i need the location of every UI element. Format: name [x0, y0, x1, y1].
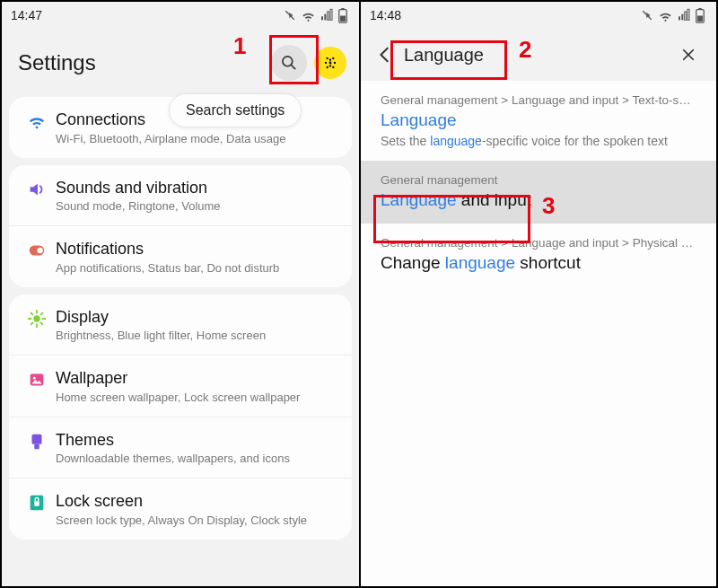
svg-line-28: [41, 322, 43, 324]
svg-rect-34: [34, 443, 39, 449]
svg-point-21: [37, 248, 42, 253]
svg-line-27: [31, 312, 33, 314]
settings-item[interactable]: WallpaperHome screen wallpaper, Lock scr…: [9, 355, 352, 417]
clock: 14:47: [11, 8, 42, 22]
item-icon: [18, 110, 56, 131]
search-result[interactable]: General managementLanguage and input: [361, 161, 716, 224]
svg-line-37: [643, 11, 651, 19]
wifi-status-icon: [301, 8, 316, 23]
item-title: Display: [56, 307, 339, 328]
search-results: General management > Language and input …: [361, 81, 716, 586]
svg-point-17: [327, 66, 328, 68]
svg-point-22: [33, 315, 39, 321]
result-title: Change language shortcut: [381, 252, 696, 275]
item-subtitle: Sound mode, Ringtone, Volume: [56, 199, 339, 213]
svg-rect-36: [34, 501, 39, 506]
settings-item[interactable]: DisplayBrightness, Blue light filter, Ho…: [9, 294, 352, 355]
search-result[interactable]: General management > Language and input …: [361, 224, 716, 287]
svg-rect-33: [32, 434, 42, 443]
svg-point-11: [327, 57, 328, 59]
svg-line-29: [31, 322, 33, 324]
status-icons: [283, 8, 348, 23]
svg-rect-44: [697, 15, 703, 21]
result-path: General management: [381, 173, 696, 187]
page-title: Settings: [18, 50, 271, 75]
svg-rect-3: [324, 14, 326, 21]
status-bar: 14:47: [2, 2, 359, 29]
wifi-icon: [27, 111, 47, 131]
mute-icon: [640, 8, 654, 22]
item-title: Themes: [56, 430, 339, 451]
svg-line-1: [285, 11, 293, 19]
search-result[interactable]: General management > Language and input …: [361, 81, 716, 161]
result-desc: Sets the language-specific voice for the…: [381, 134, 696, 148]
settings-header: Settings: [2, 29, 359, 90]
themes-icon: [27, 432, 47, 452]
signal-icon: [320, 8, 334, 22]
svg-point-12: [329, 59, 331, 61]
item-title: Sounds and vibration: [56, 178, 339, 198]
svg-point-32: [33, 377, 36, 380]
result-title: Language: [381, 110, 696, 132]
chevron-left-icon: [375, 45, 395, 65]
settings-item[interactable]: NotificationsApp notifications, Status b…: [9, 225, 352, 287]
battery-icon: [337, 8, 348, 23]
search-button[interactable]: [271, 45, 307, 81]
display-icon: [27, 309, 47, 329]
svg-rect-2: [321, 16, 323, 20]
svg-rect-7: [341, 8, 344, 10]
settings-group: Sounds and vibrationSound mode, Ringtone…: [9, 165, 352, 287]
settings-item[interactable]: ThemesDownloadable themes, wallpapers, a…: [9, 417, 352, 478]
item-subtitle: Home screen wallpaper, Lock screen wallp…: [56, 391, 339, 404]
svg-rect-40: [685, 12, 687, 20]
item-icon: [18, 178, 56, 199]
item-title: Lock screen: [56, 491, 339, 512]
item-icon: [18, 307, 56, 329]
dots-icon: [321, 54, 339, 72]
settings-item[interactable]: Sounds and vibrationSound mode, Ringtone…: [9, 165, 352, 226]
search-tooltip: Search settings: [169, 93, 302, 127]
mute-icon: [283, 8, 297, 22]
search-icon: [280, 54, 298, 72]
svg-rect-39: [681, 14, 683, 21]
battery-icon: [695, 8, 705, 23]
svg-point-18: [329, 65, 331, 66]
item-subtitle: Screen lock type, Always On Display, Clo…: [56, 513, 339, 527]
notif-icon: [27, 241, 47, 260]
svg-point-15: [329, 62, 332, 65]
settings-group: DisplayBrightness, Blue light filter, Ho…: [9, 294, 352, 540]
close-icon: [680, 47, 696, 63]
status-icons: [640, 8, 705, 23]
bixby-button[interactable]: [314, 47, 346, 79]
item-icon: [18, 491, 56, 513]
item-subtitle: Downloadable themes, wallpapers, and ico…: [56, 452, 339, 465]
settings-list: ConnectionsWi-Fi, Bluetooth, Airplane mo…: [2, 97, 359, 540]
svg-rect-5: [330, 9, 332, 20]
clock: 14:48: [370, 8, 401, 22]
search-input[interactable]: Language: [400, 45, 673, 66]
svg-rect-8: [340, 15, 346, 21]
result-path: General management > Language and input …: [381, 93, 696, 107]
svg-point-14: [325, 62, 327, 64]
item-icon: [18, 368, 56, 390]
item-title: Notifications: [56, 239, 339, 259]
item-subtitle: Brightness, Blue light filter, Home scre…: [56, 329, 339, 342]
svg-point-19: [332, 66, 334, 68]
item-subtitle: App notifications, Status bar, Do not di…: [56, 261, 339, 275]
svg-rect-41: [687, 9, 689, 20]
item-title: Wallpaper: [56, 368, 339, 389]
svg-rect-43: [698, 8, 701, 10]
svg-point-13: [332, 57, 334, 59]
result-path: General management > Language and input …: [381, 236, 696, 250]
search-header: Language: [361, 29, 716, 81]
back-button[interactable]: [370, 39, 400, 70]
result-title: Language and input: [381, 189, 696, 212]
item-icon: [18, 239, 56, 260]
phone-right: 14:48 Language General management > Lang…: [359, 2, 716, 586]
wallpaper-icon: [27, 370, 47, 390]
clear-button[interactable]: [673, 39, 704, 70]
sound-icon: [27, 180, 47, 199]
phone-left: 14:47 Settings Search settings Connectio…: [2, 2, 359, 586]
wifi-status-icon: [658, 8, 673, 23]
settings-item[interactable]: Lock screenScreen lock type, Always On D…: [9, 478, 352, 540]
